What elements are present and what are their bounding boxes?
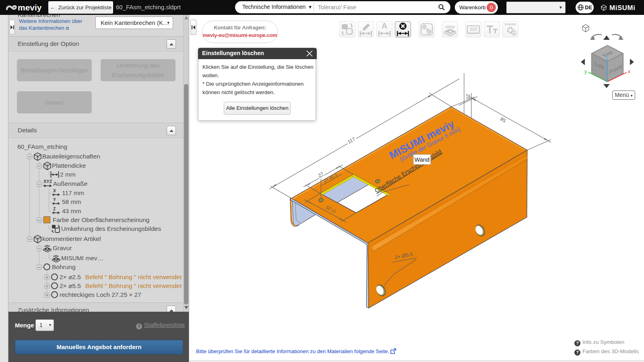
svg-text:A: A [55,257,57,261]
svg-text:123: 123 [470,27,477,31]
svg-text:Y: Y [53,197,56,202]
svg-text:XYZ: XYZ [43,179,52,184]
svg-text:6VIEWS: 6VIEWS [505,23,516,26]
svg-text:A: A [46,247,48,251]
svg-text:20: 20 [466,94,471,99]
svg-text:z: z [605,53,608,59]
svg-text:MiSUMi: MiSUMi [609,4,635,12]
svg-text:A: A [448,29,452,34]
svg-text:x: x [628,69,630,74]
svg-text:27: 27 [317,171,325,179]
svg-text:X: X [53,189,56,193]
svg-text:Z: Z [53,207,56,211]
svg-text:meviy: meviy [18,3,42,12]
svg-text:A: A [382,22,387,30]
svg-text:y: y [584,69,587,74]
svg-text:Wand: Wand [415,156,429,163]
